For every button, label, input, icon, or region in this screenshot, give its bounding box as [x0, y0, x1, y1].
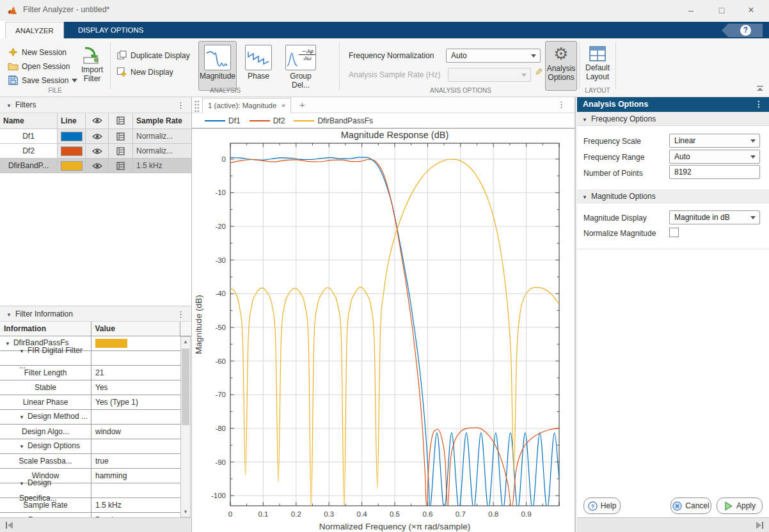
edit-pencil-icon[interactable]: ✎ — [535, 66, 543, 78]
help-button[interactable]: ? Help — [583, 497, 621, 514]
info-row[interactable]: ▼Design Options — [0, 439, 191, 454]
filter-line-swatch[interactable] — [58, 159, 86, 173]
legend-item[interactable]: DfirBandPassFs — [294, 116, 376, 125]
display-tab[interactable]: 1 (active): Magnitude× — [202, 98, 291, 114]
gd-formula-numerator: −∂φ — [299, 48, 315, 54]
filter-properties-button[interactable] — [109, 144, 133, 159]
filter-properties-button[interactable] — [109, 159, 133, 173]
info-row[interactable]: ▼Design Method ... — [0, 410, 191, 425]
apply-button[interactable]: Apply — [717, 497, 763, 514]
scroll-down-icon[interactable]: ▼ — [181, 507, 190, 517]
chevron-down-icon — [521, 74, 527, 77]
tree-caret-icon[interactable]: ▼ — [19, 348, 24, 354]
help-chevron[interactable]: ? — [722, 24, 763, 37]
magnitude-display-combo[interactable]: Magnitude in dB — [669, 210, 760, 224]
ribbon-divider — [579, 42, 580, 90]
magnitude-plot[interactable]: 00.10.20.30.40.50.60.70.80.90-10-20-30-4… — [192, 129, 575, 532]
phase-toggle-button[interactable]: Phase — [241, 41, 276, 91]
info-row[interactable]: ▼Design Specifica... — [0, 483, 191, 498]
filter-color-swatch[interactable] — [95, 339, 127, 348]
group-delay-toggle-button[interactable]: −∂φ ∂ω Group Del... — [280, 41, 321, 91]
file-section-label: FILE — [19, 87, 91, 94]
filter-name[interactable]: DfirBandP... — [0, 159, 58, 173]
duplicate-display-button[interactable]: Duplicate Display — [131, 50, 190, 61]
col-value[interactable]: Value — [91, 322, 181, 336]
display-panel: •••••••• 1 (active): Magnitude× + ⋮ Df1 … — [192, 97, 576, 532]
filter-properties-button[interactable] — [109, 129, 133, 144]
scroll-up-icon[interactable]: ▲ — [181, 337, 190, 347]
analysis-options-button[interactable]: ⚙ Analysis Options — [545, 41, 577, 91]
filters-menu-icon[interactable]: ⋮ — [177, 97, 185, 113]
info-row[interactable]: Linear Phase Yes (Type 1) — [0, 395, 191, 410]
save-session-dropdown-icon[interactable] — [72, 79, 77, 82]
col-name[interactable]: Name — [0, 113, 58, 129]
default-layout-button[interactable]: Default Layout — [581, 41, 614, 91]
collapse-right-icon[interactable] — [756, 521, 764, 529]
scrollbar-thumb[interactable] — [182, 348, 189, 425]
collapse-caret-icon[interactable]: ▼ — [6, 103, 12, 109]
info-row[interactable]: Response Bandpass — [0, 513, 191, 517]
magnitude-options-section[interactable]: ▼Magnitude Options — [577, 189, 769, 203]
collapse-ribbon-icon[interactable] — [756, 86, 764, 91]
maximize-button[interactable]: □ — [708, 3, 736, 18]
filter-sample-rate: Normaliz... — [133, 129, 191, 144]
open-session-button[interactable]: Open Session — [22, 61, 70, 72]
filter-visible-toggle[interactable] — [86, 144, 109, 159]
tab-display-options[interactable]: DISPLAY OPTIONS — [69, 22, 152, 38]
filter-row[interactable]: Df2 Normaliz... — [0, 144, 191, 159]
col-information[interactable]: Information — [0, 322, 91, 336]
frequency-scale-combo[interactable]: Linear — [669, 134, 760, 148]
save-session-button[interactable]: Save Session — [22, 75, 68, 86]
filter-name[interactable]: Df1 — [0, 129, 58, 144]
frequency-options-section[interactable]: ▼Frequency Options — [577, 112, 769, 126]
info-row[interactable]: Stable Yes — [0, 380, 191, 395]
minimize-button[interactable]: – — [677, 3, 705, 18]
info-row[interactable]: ▼FIR Digital Filter ... — [0, 351, 191, 366]
normalize-magnitude-label: Normalize Magnitude — [583, 226, 656, 240]
drag-grip-icon[interactable]: •••••••• — [194, 100, 200, 113]
filter-row[interactable]: DfirBandP... 1.5 kHz — [0, 159, 191, 173]
display-menu-icon[interactable]: ⋮ — [557, 100, 566, 109]
frequency-range-combo[interactable]: Auto — [669, 150, 760, 164]
svg-text:0.7: 0.7 — [456, 510, 466, 518]
col-sample-rate[interactable]: Sample Rate — [133, 113, 191, 129]
collapse-caret-icon[interactable]: ▼ — [6, 312, 12, 318]
new-display-button[interactable]: New Display — [131, 66, 173, 78]
help-icon[interactable]: ? — [740, 25, 751, 36]
tab-analyzer[interactable]: ANALYZER — [5, 22, 64, 38]
close-button[interactable]: × — [737, 3, 765, 18]
filter-visible-toggle[interactable] — [86, 129, 109, 144]
tree-caret-icon[interactable]: ▼ — [19, 414, 24, 420]
info-row[interactable]: Sample Rate 1.5 kHz — [0, 498, 191, 513]
apply-play-icon — [724, 501, 733, 511]
new-display-icon — [116, 67, 127, 77]
tree-caret-icon[interactable]: ▼ — [19, 481, 24, 487]
legend-item[interactable]: Df1 — [205, 116, 243, 125]
filter-info-menu-icon[interactable]: ⋮ — [177, 306, 185, 322]
legend-item[interactable]: Df2 — [250, 116, 288, 125]
collapse-left-icon[interactable] — [5, 521, 13, 529]
new-display-tab-button[interactable]: + — [299, 99, 305, 110]
properties-icon[interactable] — [109, 113, 133, 129]
filter-info-scrollbar[interactable]: ▲ ▼ — [180, 336, 191, 517]
analysis-options-menu-icon[interactable]: ⋮ — [755, 97, 763, 112]
filter-visible-toggle[interactable] — [86, 159, 109, 173]
cancel-button[interactable]: Cancel — [670, 497, 711, 514]
info-row[interactable]: Scale Passba... true — [0, 454, 191, 469]
new-session-button[interactable]: New Session — [22, 47, 67, 58]
filter-line-swatch[interactable] — [58, 129, 86, 144]
eye-icon[interactable] — [86, 113, 109, 129]
normalize-magnitude-checkbox[interactable] — [669, 228, 679, 237]
number-of-points-input[interactable]: 8192 — [669, 165, 760, 179]
info-row[interactable]: Filter Length 21 — [0, 366, 191, 380]
close-tab-icon[interactable]: × — [281, 102, 285, 109]
filter-line-swatch[interactable] — [58, 144, 86, 159]
filter-row[interactable]: Df1 Normaliz... — [0, 129, 191, 144]
info-row[interactable]: Design Algo... window — [0, 425, 191, 439]
tree-caret-icon[interactable]: ▼ — [19, 444, 24, 450]
frequency-normalization-combo[interactable]: Auto — [446, 49, 541, 63]
magnitude-toggle-button[interactable]: Magnitude — [198, 41, 237, 91]
filter-name[interactable]: Df2 — [0, 144, 58, 159]
col-line[interactable]: Line — [58, 113, 86, 129]
analysis-options-header: Analysis Options ⋮ — [577, 97, 769, 112]
